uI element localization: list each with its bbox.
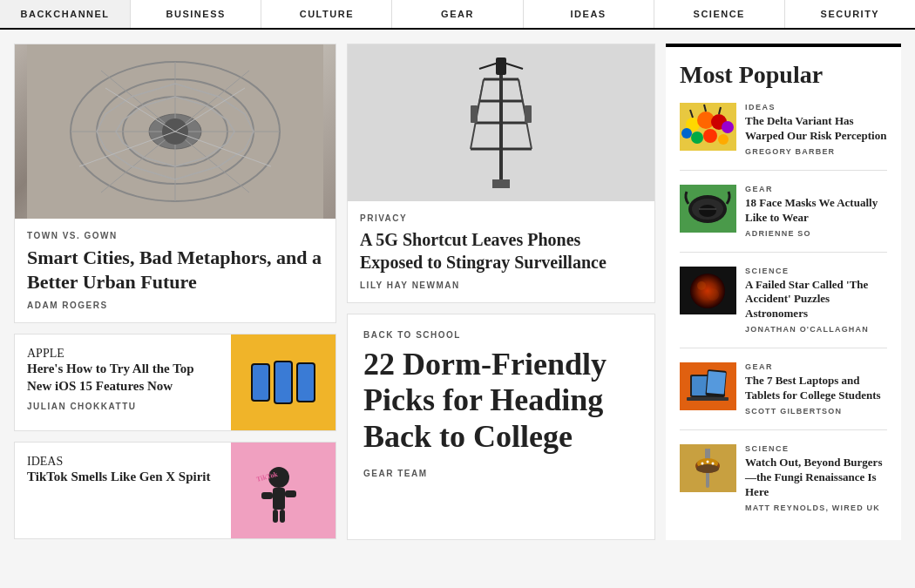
popular-cat-3: SCIENCE — [745, 267, 887, 275]
fungi-thumb-art — [680, 444, 736, 492]
navigation: BACKCHANNEL BUSINESS CULTURE GEAR IDEAS … — [0, 0, 915, 30]
svg-rect-32 — [496, 57, 506, 75]
svg-point-44 — [691, 132, 703, 144]
popular-cat-1: IDEAS — [745, 103, 887, 112]
popular-cat-2: GEAR — [745, 185, 887, 193]
dorm-article-card[interactable]: BACK TO SCHOOL 22 Dorm-Friendly Picks fo… — [347, 314, 655, 540]
dorm-article-title: 22 Dorm-Friendly Picks for Heading Back … — [363, 347, 639, 455]
nav-gear[interactable]: GEAR — [392, 0, 523, 28]
svg-point-74 — [707, 461, 709, 463]
feature-article-image — [15, 44, 336, 219]
ios-article-category: APPLE — [27, 347, 219, 361]
svg-point-45 — [703, 129, 717, 143]
popular-text-1: IDEAS The Delta Variant Has Warped Our R… — [745, 103, 887, 156]
phone-icon-2 — [274, 361, 293, 404]
nav-culture[interactable]: CULTURE — [261, 0, 392, 28]
nav-business[interactable]: BUSINESS — [131, 0, 261, 28]
ios-article-title: Here's How to Try All the Top New iOS 15… — [27, 361, 219, 395]
popular-thumb-2 — [680, 185, 736, 233]
mask-thumb-art — [680, 185, 736, 233]
popular-thumb-5 — [680, 444, 736, 492]
svg-rect-17 — [261, 492, 273, 499]
svg-rect-16 — [273, 488, 285, 510]
svg-point-72 — [696, 464, 719, 473]
tiktok-article-card[interactable]: IDEAS TikTok Smells Like Gen X Spirit — [14, 442, 336, 539]
svg-point-53 — [699, 205, 716, 217]
svg-rect-20 — [280, 510, 285, 523]
popular-cat-4: GEAR — [745, 362, 887, 371]
svg-point-56 — [690, 274, 725, 308]
phone-icon-1 — [251, 363, 270, 402]
popular-author-5: MATT REYNOLDS, WIRED UK — [745, 504, 887, 512]
feature-article-title[interactable]: Smart Cities, Bad Metaphors, and a Bette… — [27, 246, 323, 294]
dorm-article-category: BACK TO SCHOOL — [363, 330, 639, 340]
popular-item-1[interactable]: IDEAS The Delta Variant Has Warped Our R… — [680, 103, 887, 171]
most-popular-sidebar: Most Popular — [666, 44, 901, 540]
5g-article-image — [348, 44, 654, 201]
popular-title-2: 18 Face Masks We Actually Like to Wear — [745, 196, 887, 226]
svg-rect-62 — [687, 397, 729, 401]
popular-thumb-4 — [680, 362, 736, 410]
popular-item-4[interactable]: GEAR The 7 Best Laptops and Tablets for … — [680, 362, 887, 430]
popular-thumb-3 — [680, 267, 736, 314]
ios-article-text: APPLE Here's How to Try All the Top New … — [15, 335, 231, 430]
5g-article-card[interactable]: PRIVACY A 5G Shortcut Leaves Phones Expo… — [347, 44, 655, 303]
svg-point-57 — [697, 281, 706, 290]
main-content: TOWN VS. GOWN Smart Cities, Bad Metaphor… — [0, 30, 915, 554]
popular-title-5: Watch Out, Beyond Burgers—the Fungi Rena… — [745, 456, 887, 500]
feature-article-category: TOWN VS. GOWN — [27, 231, 323, 240]
vessel-illustration — [27, 44, 323, 219]
svg-rect-64 — [707, 371, 726, 395]
svg-point-43 — [681, 128, 692, 139]
popular-title-3: A Failed Star Called 'The Accident' Puzz… — [745, 278, 887, 322]
science-thumb-art — [680, 267, 736, 314]
popular-title-1: The Delta Variant Has Warped Our Risk Pe… — [745, 114, 887, 144]
popular-author-1: GREGORY BARBER — [745, 147, 887, 156]
nav-backchannel[interactable]: BACKCHANNEL — [0, 0, 131, 28]
popular-author-4: SCOTT GILBERTSON — [745, 407, 887, 416]
svg-point-42 — [722, 121, 734, 133]
ios-article-thumbnail — [231, 335, 336, 430]
tiktok-article-thumbnail: TikTok — [231, 443, 336, 538]
svg-rect-18 — [285, 490, 296, 497]
ios-article-card[interactable]: APPLE Here's How to Try All the Top New … — [14, 334, 336, 431]
laptops-thumb-art — [680, 362, 736, 410]
ideas-thumb-art — [680, 103, 736, 151]
middle-column: PRIVACY A 5G Shortcut Leaves Phones Expo… — [347, 44, 655, 540]
left-column: TOWN VS. GOWN Smart Cities, Bad Metaphor… — [14, 44, 336, 540]
tiktok-art: TikTok — [248, 456, 318, 525]
svg-point-46 — [718, 134, 729, 145]
svg-point-75 — [712, 463, 715, 465]
popular-cat-5: SCIENCE — [745, 444, 887, 453]
popular-author-2: ADRIENNE SO — [745, 229, 887, 238]
tiktok-article-text: IDEAS TikTok Smells Like Gen X Spirit — [15, 443, 231, 538]
tower-illustration — [423, 53, 580, 193]
dorm-article-author: GEAR TEAM — [363, 469, 639, 478]
ios-article-author: JULIAN CHOKKATTU — [27, 402, 219, 411]
feature-article-card[interactable]: TOWN VS. GOWN Smart Cities, Bad Metaphor… — [14, 44, 336, 323]
popular-text-3: SCIENCE A Failed Star Called 'The Accide… — [745, 267, 887, 335]
popular-author-3: JONATHAN O'CALLAGHAN — [745, 325, 887, 334]
svg-rect-19 — [273, 510, 278, 523]
svg-point-73 — [702, 463, 704, 465]
tiktok-article-category: IDEAS — [27, 455, 219, 469]
phone-icon-3 — [296, 362, 315, 402]
5g-article-author: LILY HAY NEWMAN — [360, 280, 642, 290]
popular-text-4: GEAR The 7 Best Laptops and Tablets for … — [745, 362, 887, 416]
nav-ideas[interactable]: IDEAS — [524, 0, 654, 28]
5g-article-title: A 5G Shortcut Leaves Phones Exposed to S… — [360, 228, 642, 274]
popular-item-3[interactable]: SCIENCE A Failed Star Called 'The Accide… — [680, 267, 887, 349]
5g-article-body: PRIVACY A 5G Shortcut Leaves Phones Expo… — [348, 201, 654, 302]
feature-article-body: TOWN VS. GOWN Smart Cities, Bad Metaphor… — [15, 219, 336, 322]
nav-science[interactable]: SCIENCE — [654, 0, 785, 28]
svg-point-58 — [707, 288, 719, 301]
popular-item-2[interactable]: GEAR 18 Face Masks We Actually Like to W… — [680, 185, 887, 253]
popular-text-5: SCIENCE Watch Out, Beyond Burgers—the Fu… — [745, 444, 887, 512]
5g-article-category: PRIVACY — [360, 213, 642, 223]
nav-security[interactable]: SECURITY — [785, 0, 915, 28]
popular-text-2: GEAR 18 Face Masks We Actually Like to W… — [745, 185, 887, 238]
svg-rect-37 — [525, 105, 532, 123]
popular-item-5[interactable]: SCIENCE Watch Out, Beyond Burgers—the Fu… — [680, 444, 887, 526]
tiktok-article-title: TikTok Smells Like Gen X Spirit — [27, 469, 219, 486]
svg-rect-35 — [492, 179, 510, 188]
